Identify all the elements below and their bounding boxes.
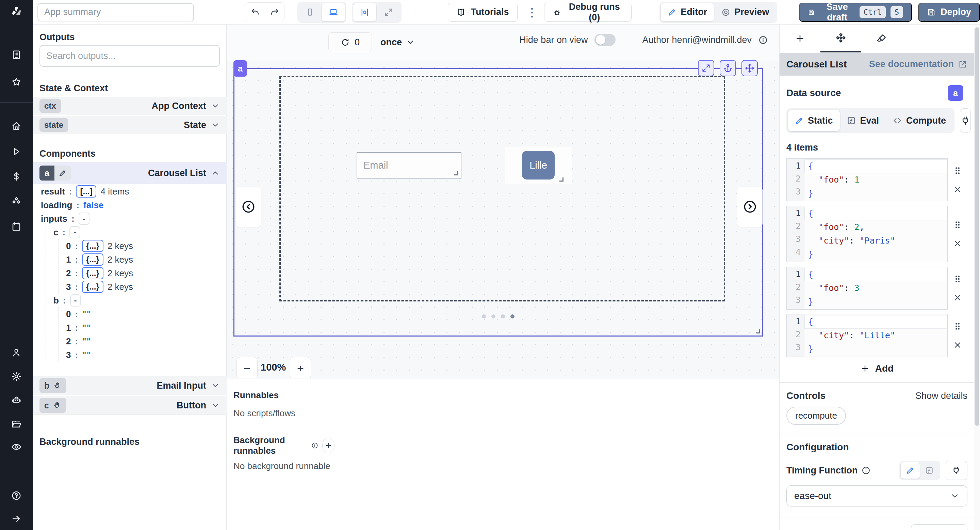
tree-row[interactable]: b:- bbox=[53, 294, 221, 307]
refresh-count-box[interactable]: 0 bbox=[328, 32, 372, 52]
scrollbar-thumb[interactable] bbox=[975, 27, 979, 426]
gear-icon[interactable] bbox=[11, 371, 21, 382]
pencil-icon[interactable] bbox=[54, 166, 71, 180]
drag-handle-icon[interactable] bbox=[953, 274, 963, 284]
carousel-prev-button[interactable] bbox=[236, 187, 261, 227]
tree-expand-badge[interactable]: - bbox=[69, 226, 80, 238]
debug-runs-button[interactable]: Debug runs (0) bbox=[544, 3, 632, 22]
robot-icon[interactable] bbox=[11, 395, 21, 405]
timing-plug-button[interactable] bbox=[945, 461, 967, 480]
resize-handle[interactable] bbox=[454, 171, 458, 176]
delete-item-icon[interactable] bbox=[953, 239, 962, 248]
timing-static-button[interactable] bbox=[901, 462, 920, 479]
canvas-email-input[interactable] bbox=[356, 152, 461, 179]
tutorials-button[interactable]: Tutorials bbox=[448, 3, 517, 22]
desktop-view-button[interactable] bbox=[322, 3, 345, 21]
center-align-button[interactable] bbox=[353, 3, 376, 21]
component-row-email-input[interactable]: b Email Input bbox=[33, 376, 227, 395]
component-row-button[interactable]: c Button bbox=[33, 396, 227, 415]
json-editor[interactable]: 123{ "foo": 3} bbox=[786, 267, 948, 310]
delete-item-icon[interactable] bbox=[953, 185, 962, 194]
state-row[interactable]: state State bbox=[33, 116, 227, 134]
deploy-button[interactable]: Deploy bbox=[918, 3, 980, 22]
see-documentation-link[interactable]: See documentation bbox=[869, 59, 967, 69]
canvas-carousel-button[interactable]: Lille bbox=[522, 151, 555, 179]
json-code[interactable]: { "city": "Lille"} bbox=[804, 314, 947, 357]
tree-row[interactable]: 0:"" bbox=[66, 307, 221, 321]
play-icon[interactable] bbox=[11, 147, 21, 157]
mode-static[interactable]: Static bbox=[788, 110, 840, 131]
eye-icon[interactable] bbox=[11, 442, 21, 452]
move-component-button[interactable] bbox=[741, 60, 758, 76]
json-code[interactable]: { "foo": 3} bbox=[804, 267, 947, 309]
star-icon[interactable] bbox=[11, 77, 21, 87]
json-code[interactable]: { "foo": 2, "city": "Paris"} bbox=[804, 206, 947, 262]
json-code[interactable]: { "foo": 1} bbox=[804, 159, 947, 201]
timing-eval-button[interactable] bbox=[920, 462, 939, 479]
zoom-out-button[interactable]: − bbox=[237, 357, 258, 378]
search-outputs-input[interactable] bbox=[40, 45, 220, 67]
ctx-row[interactable]: ctx App Context bbox=[33, 97, 227, 115]
save-draft-button[interactable]: Save draft Ctrl S bbox=[799, 3, 912, 22]
recompute-badge[interactable]: recompute bbox=[786, 407, 846, 425]
delete-item-icon[interactable] bbox=[953, 340, 962, 350]
mode-compute[interactable]: Compute bbox=[886, 110, 953, 131]
fullscreen-button[interactable] bbox=[377, 3, 400, 21]
resize-handle[interactable] bbox=[756, 329, 760, 334]
tree-row[interactable]: 2:{...}2 keys bbox=[66, 267, 221, 280]
tree-row[interactable]: 1:"" bbox=[66, 321, 221, 334]
selected-component-frame[interactable]: a Lille bbox=[234, 68, 763, 337]
add-item-button[interactable]: Add bbox=[860, 362, 894, 375]
page-scrollbar[interactable] bbox=[974, 24, 980, 530]
redo-button[interactable] bbox=[265, 3, 284, 22]
tree-row[interactable]: 1:{...}2 keys bbox=[66, 253, 221, 267]
tab-styling[interactable] bbox=[861, 24, 902, 53]
delete-item-icon[interactable] bbox=[953, 293, 962, 302]
connect-plug-button[interactable] bbox=[960, 108, 971, 133]
tree-row[interactable]: result:[...]4 items bbox=[41, 185, 221, 198]
tree-expand-badge[interactable]: - bbox=[70, 294, 81, 307]
drag-handle-icon[interactable] bbox=[953, 166, 963, 176]
app-summary-input[interactable] bbox=[37, 3, 194, 21]
tree-row[interactable]: 0:{...}2 keys bbox=[66, 239, 221, 253]
tree-expand-badge[interactable]: - bbox=[79, 212, 89, 225]
component-row-carousel[interactable]: a Carousel List bbox=[33, 162, 227, 184]
resize-handle[interactable] bbox=[559, 177, 563, 182]
carousel-next-button[interactable] bbox=[737, 187, 762, 227]
json-editor[interactable]: 1234{ "foo": 2, "city": "Paris"} bbox=[786, 206, 948, 262]
json-editor[interactable]: 123{ "city": "Lille"} bbox=[786, 314, 948, 357]
tree-expand-badge[interactable]: {...} bbox=[82, 240, 103, 252]
mode-eval[interactable]: Eval bbox=[840, 110, 886, 131]
tree-row[interactable]: 3:"" bbox=[66, 348, 221, 362]
anchor-component-button[interactable] bbox=[720, 60, 736, 76]
zoom-in-button[interactable]: + bbox=[290, 357, 311, 378]
show-details-link[interactable]: Show details bbox=[915, 391, 967, 401]
tree-row[interactable]: 2:"" bbox=[66, 334, 221, 348]
collapse-arrow-icon[interactable] bbox=[11, 514, 21, 524]
cubes-icon[interactable] bbox=[11, 196, 21, 206]
kebab-menu[interactable]: ⋮ bbox=[527, 6, 538, 18]
tree-row[interactable]: inputs:- bbox=[41, 212, 221, 225]
timing-function-select[interactable]: ease-out bbox=[786, 485, 967, 506]
tree-row[interactable]: c:- bbox=[53, 225, 221, 239]
tree-expand-badge[interactable]: {...} bbox=[82, 281, 103, 293]
user-icon[interactable] bbox=[11, 347, 21, 358]
refresh-mode-dropdown[interactable]: once bbox=[380, 32, 415, 52]
help-icon[interactable] bbox=[11, 490, 21, 501]
carousel-pagination[interactable] bbox=[234, 314, 762, 318]
dollar-icon[interactable] bbox=[11, 171, 21, 182]
undo-button[interactable] bbox=[245, 3, 265, 22]
mobile-view-button[interactable] bbox=[299, 3, 321, 21]
hide-bar-toggle[interactable] bbox=[595, 34, 616, 46]
preview-tab[interactable]: Preview bbox=[714, 3, 776, 21]
drag-handle-icon[interactable] bbox=[953, 321, 963, 331]
expand-component-button[interactable] bbox=[698, 60, 714, 76]
add-background-runnable-button[interactable] bbox=[322, 438, 334, 453]
editor-tab[interactable]: Editor bbox=[661, 3, 714, 21]
drag-handle-icon[interactable] bbox=[953, 220, 963, 230]
folder-icon[interactable] bbox=[11, 419, 21, 429]
json-editor[interactable]: 123{ "foo": 1} bbox=[786, 158, 948, 201]
tree-row[interactable]: 3:{...}2 keys bbox=[66, 280, 221, 294]
tab-settings[interactable] bbox=[821, 24, 861, 53]
tree-expand-badge[interactable]: [...] bbox=[76, 185, 96, 198]
